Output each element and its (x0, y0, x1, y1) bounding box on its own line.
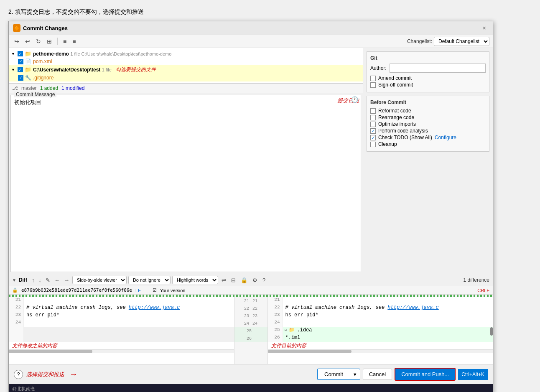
diff-settings-btn[interactable]: ⚙ (251, 276, 259, 284)
line-content-24-left (24, 320, 234, 327)
dialog-title: Commit Changes (23, 25, 68, 31)
tree-label-pethome-demo: pethome-demo 1 file C:\Users\whale\Deskt… (33, 51, 171, 57)
reformat-checkbox[interactable] (370, 108, 376, 114)
commit-btn-group: Commit ▼ (317, 369, 360, 380)
line-num-24-left: 24 (9, 320, 24, 327)
folder-icon-2: 📁 (25, 66, 31, 73)
file-tree: ▼ ✓ 📁 pethome-demo 1 file C:\Users\whale… (9, 48, 363, 84)
commit-dropdown-btn[interactable]: ▼ (350, 369, 360, 380)
reformat-label: Reformat code (378, 108, 411, 114)
folder-icon: 📁 (25, 51, 31, 57)
line-content-26-right: *.iml (283, 335, 493, 342)
title-bar: 🔶 Commit Changes × (9, 21, 493, 35)
check-todo-checkbox[interactable] (370, 135, 376, 140)
changelist-label: Changelist: (407, 38, 432, 44)
diff-right-row-25: 25 ☑ 📁 .idea (268, 327, 493, 335)
diff-left-row-22: 22 # virtual machine crash logs, see htt… (9, 305, 234, 312)
ignore-select[interactable]: Do not ignore (128, 276, 171, 284)
checkbox-test-dir[interactable]: ✓ (18, 67, 23, 72)
right-scrollbar-thumb[interactable] (268, 350, 352, 353)
before-commit-group: Before Commit Reformat code Rearrange co… (367, 96, 489, 152)
left-scrollbar[interactable] (9, 349, 234, 353)
diff-help-btn[interactable]: ? (261, 276, 267, 284)
perform-analysis-label: Perform code analysis (378, 128, 428, 134)
author-row: Author: (370, 64, 486, 73)
help-button[interactable]: ? (14, 370, 23, 379)
right-scrollbar[interactable] (268, 349, 493, 353)
rearrange-row: Rearrange code (370, 115, 486, 120)
diff-prev-btn[interactable]: ↑ (31, 277, 36, 284)
viewer-select[interactable]: Side-by-side viewer (72, 276, 127, 284)
line-content-22-left: # virtual machine crash logs, see http:/… (24, 305, 234, 312)
toolbar: ↪ ↩ ↻ ⊞ ≡ ≡ Changelist: Default Changeli… (9, 35, 493, 48)
line-content-24-right (283, 320, 493, 327)
perform-analysis-row: Perform code analysis (370, 128, 486, 134)
git-group: Git Author: Amend commit Sign-off commit (367, 51, 489, 92)
diff-right-row-22: 22 # virtual machine crash logs, see htt… (268, 305, 493, 312)
sign-off-checkbox[interactable] (370, 82, 376, 88)
amend-commit-checkbox[interactable] (370, 76, 376, 81)
line-content-25-left-empty (24, 327, 234, 335)
optimize-checkbox[interactable] (370, 122, 376, 127)
clock-icon[interactable]: 🕐 (351, 96, 358, 103)
tree-item-pethome-demo[interactable]: ▼ ✓ 📁 pethome-demo 1 file C:\Users\whale… (9, 50, 363, 58)
configure-link[interactable]: Configure (435, 135, 456, 140)
checkbox-gitignore[interactable]: ✓ (18, 75, 23, 81)
branch-name: master (21, 85, 37, 91)
line-num-25-right: 25 (268, 327, 283, 335)
collapse-arrow[interactable]: ▼ (12, 278, 16, 283)
changelist-select[interactable]: Default Changelist (434, 37, 489, 46)
footer-annotation: 选择提交和推送 (26, 371, 64, 378)
toolbar-grid-btn[interactable]: ⊞ (45, 37, 54, 46)
checkbox-pom-xml[interactable]: ✓ (18, 59, 23, 64)
status-bar: ⎇ master 1 added 1 modified (9, 84, 363, 93)
footer: ? 选择提交和推送 → Commit ▼ Cancel Commit and P… (9, 364, 493, 384)
commit-and-push-button[interactable]: Commit and Push... (395, 368, 456, 381)
toolbar-align-right-btn[interactable]: ≡ (70, 37, 78, 46)
diff-align-btn[interactable]: ⇌ (220, 276, 228, 284)
before-commit-title: Before Commit (370, 99, 486, 105)
tree-item-test-dir[interactable]: ▼ ✓ 📁 C:\Users\whale\Desktop\test 1 file… (9, 65, 363, 74)
diff-title: Diff (19, 277, 27, 283)
left-panel: ▼ ✓ 📁 pethome-demo 1 file C:\Users\whale… (9, 48, 363, 274)
toolbar-align-left-btn[interactable]: ≡ (61, 37, 69, 46)
dialog-icon: 🔶 (13, 24, 20, 32)
diff-lock-btn[interactable]: 🔒 (239, 276, 249, 284)
left-scrollbar-thumb[interactable] (9, 350, 92, 353)
line-content-26-left-empty (24, 335, 234, 342)
toolbar-arrow-btn[interactable]: ↪ (12, 37, 21, 46)
diff-content: 21 22 # virtual machine crash logs, see … (9, 297, 493, 364)
sign-off-label: Sign-off commit (378, 82, 413, 88)
commit-button[interactable]: Commit (317, 369, 350, 380)
line-num-21-right: 21 (268, 297, 283, 305)
toolbar-undo-btn[interactable]: ↩ (23, 37, 32, 46)
lf-badge: LF (135, 288, 141, 293)
author-input[interactable] (390, 64, 486, 73)
diff-panel-btn[interactable]: ⊟ (229, 276, 237, 284)
diff-next-btn[interactable]: ↓ (37, 277, 43, 284)
center-row-21: 2121 (234, 297, 267, 305)
perform-analysis-checkbox[interactable] (370, 128, 376, 134)
close-button[interactable]: × (480, 24, 489, 32)
left-file-hash: e876b9b032e581ede97d211ae767ef0fe560f66e (21, 288, 132, 293)
checkbox-pethome-demo[interactable]: ✓ (18, 51, 23, 56)
line-num-21-left: 21 (9, 297, 24, 305)
tree-item-gitignore[interactable]: ✓ 🔧 .gitignore (9, 74, 363, 81)
line-num-24-right: 24 (268, 320, 283, 327)
diff-right-row-26: 26 *.iml (268, 335, 493, 342)
checkbox-25[interactable]: ☑ (283, 327, 289, 335)
diff-forward-btn[interactable]: → (63, 277, 71, 284)
diff-edit-btn[interactable]: ✎ (44, 277, 51, 284)
title-bar-left: 🔶 Commit Changes (13, 24, 68, 32)
line-content-23-right: hs_err_pid* (283, 312, 493, 320)
cancel-button[interactable]: Cancel (363, 369, 392, 380)
cleanup-checkbox[interactable] (370, 142, 376, 147)
amend-commit-row: Amend commit (370, 75, 486, 81)
toolbar-refresh-btn[interactable]: ↻ (34, 37, 43, 46)
rearrange-checkbox[interactable] (370, 115, 376, 120)
commit-message-input[interactable]: 初始化项目 (13, 97, 325, 164)
crlf-badge: CRLF (477, 288, 489, 293)
highlight-select[interactable]: Highlight words (172, 276, 218, 284)
tree-item-pom-xml[interactable]: ✓ 📄 pom.xml (9, 58, 363, 65)
diff-back-btn[interactable]: ← (53, 277, 61, 284)
